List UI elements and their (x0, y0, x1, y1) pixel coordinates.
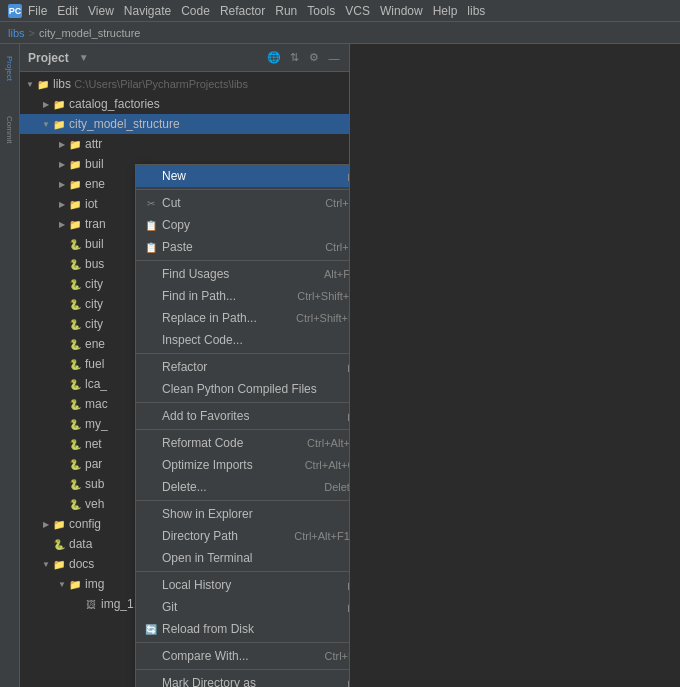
tree-arrow: ▶ (56, 218, 68, 230)
tree-item-icon: 🐍 (68, 477, 82, 491)
ctx-item-label: Find in Path... (162, 289, 289, 303)
context-menu-item[interactable]: Add to Favorites▶ (136, 405, 350, 427)
panel-globe-icon[interactable]: 🌐 (267, 51, 281, 65)
ctx-item-icon: ✂ (144, 196, 158, 210)
context-menu-item[interactable]: Delete...Delete (136, 476, 350, 498)
menu-libs[interactable]: libs (467, 4, 485, 18)
tree-item-label: tran (85, 217, 106, 231)
tree-item-label: my_ (85, 417, 108, 431)
ctx-item-submenu-arrow: ▶ (348, 602, 350, 613)
ctx-item-icon (144, 169, 158, 183)
ctx-item-icon (144, 360, 158, 374)
sidebar-item-project[interactable]: Project (1, 48, 19, 88)
breadcrumb-part-1[interactable]: libs (8, 27, 25, 39)
context-menu-item[interactable]: Replace in Path...Ctrl+Shift+R (136, 307, 350, 329)
menu-view[interactable]: View (88, 4, 114, 18)
tree-item[interactable]: ▶📁attr (20, 134, 349, 154)
context-menu-item[interactable]: Mark Directory as▶ (136, 672, 350, 687)
menu-tools[interactable]: Tools (307, 4, 335, 18)
ctx-item-shortcut: Ctrl+Shift+F (297, 290, 350, 302)
ctx-item-icon (144, 551, 158, 565)
context-menu-item[interactable]: Inspect Code... (136, 329, 350, 351)
context-menu-item[interactable]: Show in Explorer (136, 503, 350, 525)
context-menu-item[interactable]: Directory PathCtrl+Alt+F12 (136, 525, 350, 547)
tree-item-label: fuel (85, 357, 104, 371)
ctx-item-label: Inspect Code... (162, 333, 350, 347)
tree-item-icon: 🐍 (68, 397, 82, 411)
ctx-item-label: Paste (162, 240, 317, 254)
menu-navigate[interactable]: Navigate (124, 4, 171, 18)
ctx-item-submenu-arrow: ▶ (348, 171, 350, 182)
menu-window[interactable]: Window (380, 4, 423, 18)
menu-vcs[interactable]: VCS (345, 4, 370, 18)
menu-refactor[interactable]: Refactor (220, 4, 265, 18)
tree-arrow: ▶ (40, 518, 52, 530)
context-menu-item[interactable]: Reformat CodeCtrl+Alt+L (136, 432, 350, 454)
tree-arrow (56, 398, 68, 410)
menu-file[interactable]: File (28, 4, 47, 18)
tree-arrow (56, 298, 68, 310)
tree-item[interactable]: ▼📁libs C:\Users\Pilar\PycharmProjects\li… (20, 74, 349, 94)
context-menu-item[interactable]: Find UsagesAlt+F7 (136, 263, 350, 285)
panel-dropdown-icon[interactable]: ▼ (79, 52, 89, 63)
ctx-item-label: Clean Python Compiled Files (162, 382, 350, 396)
menu-bar[interactable]: File Edit View Navigate Code Refactor Ru… (28, 4, 485, 18)
ctx-item-label: Open in Terminal (162, 551, 350, 565)
ctx-item-icon: 🔄 (144, 622, 158, 636)
tree-arrow (56, 338, 68, 350)
ctx-item-shortcut: Ctrl+Alt+L (307, 437, 350, 449)
tree-item-label: attr (85, 137, 102, 151)
context-menu-item[interactable]: 📋Copy (136, 214, 350, 236)
tree-item-label: city (85, 277, 103, 291)
tree-arrow: ▼ (40, 118, 52, 130)
tree-item-label: bus (85, 257, 104, 271)
tree-item-label: config (69, 517, 101, 531)
tree-item-label: buil (85, 157, 104, 171)
menu-help[interactable]: Help (433, 4, 458, 18)
ctx-item-label: New (162, 169, 344, 183)
context-menu-item[interactable]: Optimize ImportsCtrl+Alt+O (136, 454, 350, 476)
context-menu-item[interactable]: Local History▶ (136, 574, 350, 596)
tree-arrow: ▼ (40, 558, 52, 570)
tree-item-icon: 🐍 (68, 297, 82, 311)
context-menu: New▶✂CutCtrl+X📋Copy📋PasteCtrl+VFind Usag… (135, 164, 350, 687)
tree-arrow (56, 418, 68, 430)
context-menu-item[interactable]: ✂CutCtrl+X (136, 192, 350, 214)
tree-item[interactable]: ▶📁catalog_factories (20, 94, 349, 114)
tree-item[interactable]: ▼📁city_model_structure (20, 114, 349, 134)
ctx-item-icon: 📋 (144, 218, 158, 232)
context-menu-item[interactable]: 📋PasteCtrl+V (136, 236, 350, 258)
context-menu-item[interactable]: Find in Path...Ctrl+Shift+F (136, 285, 350, 307)
panel-collapse-icon[interactable]: — (327, 51, 341, 65)
ctx-item-label: Reformat Code (162, 436, 299, 450)
tree-item-icon: 🐍 (68, 317, 82, 331)
tree-item-label: ene (85, 177, 105, 191)
context-menu-item[interactable]: Open in Terminal (136, 547, 350, 569)
context-menu-item[interactable]: Clean Python Compiled Files (136, 378, 350, 400)
menu-code[interactable]: Code (181, 4, 210, 18)
panel-settings-icon[interactable]: ⚙ (307, 51, 321, 65)
tree-item-icon: 📁 (68, 577, 82, 591)
context-menu-item[interactable]: Refactor▶ (136, 356, 350, 378)
context-menu-item[interactable]: New▶ (136, 165, 350, 187)
tree-item-icon: 🐍 (68, 497, 82, 511)
ctx-item-icon (144, 409, 158, 423)
content-area (350, 44, 680, 687)
context-menu-item[interactable]: Git▶ (136, 596, 350, 618)
tree-item-label: city (85, 317, 103, 331)
ctx-item-icon (144, 600, 158, 614)
menu-run[interactable]: Run (275, 4, 297, 18)
sidebar-item-commit[interactable]: Commit (1, 110, 19, 150)
panel-header: Project ▼ 🌐 ⇅ ⚙ — (20, 44, 349, 72)
breadcrumb-part-2[interactable]: city_model_structure (39, 27, 141, 39)
context-menu-item[interactable]: Compare With...Ctrl+D (136, 645, 350, 667)
panel-sort-icon[interactable]: ⇅ (287, 51, 301, 65)
tree-arrow (56, 258, 68, 270)
tree-item-icon: 📁 (36, 77, 50, 91)
tree-arrow: ▶ (56, 158, 68, 170)
ctx-item-label: Directory Path (162, 529, 286, 543)
tree-item-icon: 📁 (52, 97, 66, 111)
context-menu-item[interactable]: 🔄Reload from Disk (136, 618, 350, 640)
menu-edit[interactable]: Edit (57, 4, 78, 18)
ctx-item-label: Local History (162, 578, 344, 592)
